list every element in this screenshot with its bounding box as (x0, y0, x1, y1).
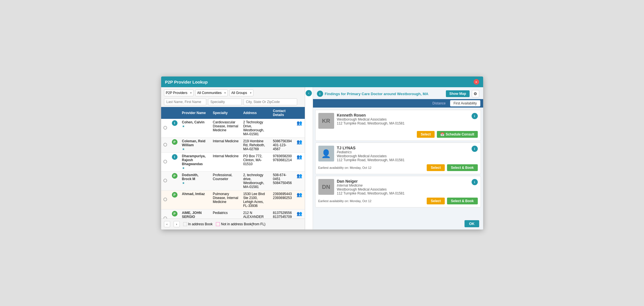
col-icon (170, 107, 180, 119)
schedule-consult-button[interactable]: 📅Schedule Consult (437, 131, 477, 138)
provider-type-icon: I (170, 119, 180, 138)
contact-cell: 2393695443 2393690253 (271, 191, 294, 209)
filter-icon-button[interactable]: ⚙ (472, 90, 479, 97)
contact-cell: 5086756394 401-123-4567 (271, 138, 294, 153)
provider-photo-placeholder: 👤 (318, 146, 334, 161)
card-info-icon: i (472, 146, 478, 152)
provider-name-cell: Cohen, Calvin★ (180, 119, 211, 138)
row-radio[interactable] (161, 172, 170, 191)
people-icon[interactable]: 👥 (297, 154, 302, 159)
search-location-input[interactable] (244, 99, 297, 105)
select-button[interactable]: Select (417, 131, 435, 138)
provider-card-addr: 112 Turnpike Road, Westborough, MA 01581 (337, 158, 469, 162)
provider-card-header: DN Dan Neiger Internal Medicine Westboro… (318, 179, 478, 195)
people-icon-cell: 👥 (294, 172, 305, 191)
people-icon[interactable]: 👥 (297, 211, 302, 216)
select-and-book-button[interactable]: Select & Book (447, 198, 478, 204)
next-button[interactable]: › (174, 221, 180, 227)
provider-type-icon: I (170, 153, 180, 172)
provider-name-cell: AIME, JOHN SERGIO (180, 209, 211, 219)
star-icon: ★ (182, 166, 185, 170)
people-icon[interactable]: 👥 (297, 173, 302, 178)
collapse-button[interactable]: ‹ (306, 90, 312, 96)
p-icon: P (172, 211, 178, 217)
provider-name[interactable]: Coleman, Reid William (182, 139, 209, 147)
provider-name[interactable]: AIME, JOHN SERGIO (182, 211, 209, 218)
legend-in-book-label: In address Book (188, 222, 213, 226)
provider-type-icon: P (170, 209, 180, 219)
prev-button[interactable]: ‹ (164, 221, 170, 227)
p-icon: P (172, 173, 178, 179)
contact-cell: 508-674-0451 5084750456 (271, 172, 294, 191)
provider-name-cell: Coleman, Reid William★ (180, 138, 211, 153)
right-header: i Findings for Primary Care Doctor aroun… (313, 87, 483, 99)
provider-card-actions: Earliest availability on: Monday, Oct 12… (318, 164, 478, 171)
p-icon: P (172, 139, 178, 145)
address-cell: 2, technology drive, Westborough, MA-015… (241, 172, 271, 191)
provider-info: Dan Neiger Internal Medicine Westborough… (337, 179, 469, 195)
right-toolbar: Show Map ⚙ (446, 90, 479, 97)
row-radio[interactable] (161, 138, 170, 153)
card-info-icon: i (472, 179, 478, 185)
provider-card-org: Westborough Medical Associates (337, 154, 469, 158)
table-row: IDharampuriya, Rajesh Bhagwandas★Interna… (161, 153, 305, 172)
sort-tabs: Distance First Availability (313, 99, 483, 108)
star-icon: ★ (182, 124, 185, 128)
search-specialty-input[interactable] (208, 99, 242, 105)
filter-row: P2P Providers All Communities All Groups (161, 87, 305, 97)
show-map-button[interactable]: Show Map (446, 90, 469, 97)
community-select[interactable]: All Communities (195, 89, 228, 96)
specialty-cell: Professional, Counselor (211, 172, 241, 191)
i-icon: I (172, 120, 178, 126)
radio-button[interactable] (163, 126, 167, 130)
col-specialty: Specialty (211, 107, 241, 119)
provider-card-actions: Earliest availability on: Monday, Oct 12… (318, 198, 478, 204)
row-radio[interactable] (161, 153, 170, 172)
sort-tab-distance[interactable]: Distance (429, 100, 449, 106)
star-icon: ★ (182, 147, 185, 151)
provider-type-select[interactable]: P2P Providers (164, 89, 194, 96)
provider-name[interactable]: Dodsmith, Brock M (182, 173, 209, 181)
address-cell: 2 Technology Drive, Westborough, MA-0158… (241, 119, 271, 138)
provider-info: TJ LYNAS Pediatrics Westborough Medical … (337, 146, 469, 162)
provider-name[interactable]: Cohen, Calvin (182, 120, 209, 124)
people-icon[interactable]: 👥 (297, 139, 302, 144)
provider-name[interactable]: Dharampuriya, Rajesh Bhagwandas (182, 154, 209, 166)
provider-card-addr: 112 Turnpike Road, Westborough, MA 01581 (337, 121, 469, 125)
left-panel: P2P Providers All Communities All Groups (161, 87, 305, 230)
people-icon-cell: 👥 (294, 119, 305, 138)
provider-name-cell: Dharampuriya, Rajesh Bhagwandas★ (180, 153, 211, 172)
radio-button[interactable] (163, 217, 167, 218)
radio-button[interactable] (163, 160, 167, 163)
specialty-cell: Cardiovascular Disease, Internal Medicin… (211, 119, 241, 138)
close-button[interactable]: × (474, 79, 479, 85)
select-button[interactable]: Select (427, 198, 444, 204)
table-row: PDodsmith, Brock M★Professional, Counsel… (161, 172, 305, 191)
star-icon: ★ (182, 181, 185, 185)
ok-button[interactable]: OK (465, 220, 479, 227)
sort-tab-availability[interactable]: First Availability (450, 100, 480, 106)
group-select[interactable]: All Groups (229, 89, 253, 96)
radio-button[interactable] (163, 143, 167, 147)
search-name-input[interactable] (164, 99, 206, 105)
specialty-cell: Internal Medicine (211, 153, 241, 172)
search-row (161, 97, 305, 107)
providers-table: Provider Name Specialty Address Contact … (161, 107, 305, 218)
radio-button[interactable] (163, 198, 167, 201)
select-button[interactable]: Select (427, 164, 444, 171)
p-icon: P (172, 192, 178, 198)
provider-name-cell: Dodsmith, Brock M★ (180, 172, 211, 191)
specialty-cell: Pediatrics (211, 209, 241, 219)
provider-name[interactable]: Ahmad, Imtiaz (182, 192, 209, 196)
provider-card: DN Dan Neiger Internal Medicine Westboro… (315, 176, 481, 207)
select-and-book-button[interactable]: Select & Book (447, 164, 478, 171)
row-radio[interactable] (161, 209, 170, 219)
modal-header: P2P Provider Lookup × (161, 76, 483, 87)
people-icon[interactable]: 👥 (297, 121, 302, 125)
providers-list: KR Kenneth Rosen Westborough Medical Ass… (313, 108, 483, 218)
person-silhouette-icon: 👤 (321, 149, 331, 158)
people-icon[interactable]: 👥 (297, 192, 302, 197)
row-radio[interactable] (161, 191, 170, 209)
row-radio[interactable] (161, 119, 170, 138)
radio-button[interactable] (163, 179, 167, 182)
